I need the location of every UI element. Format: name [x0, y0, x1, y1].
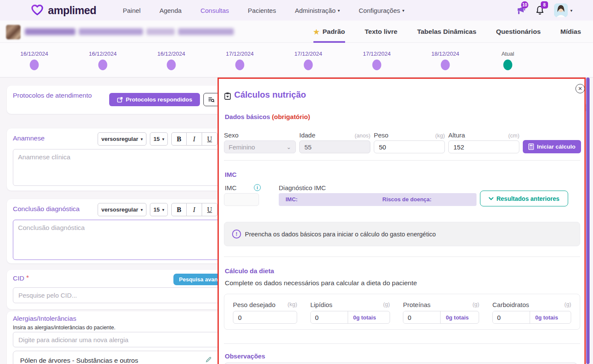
nav-item-pacientes[interactable]: Pacientes — [248, 7, 276, 14]
timeline-dot[interactable] — [98, 60, 107, 70]
edit-pencil-icon[interactable] — [205, 356, 212, 363]
font-size-dropdown[interactable]: 15▾ — [150, 203, 168, 216]
imc-risk-label: Riscos de doença: — [382, 196, 432, 203]
timeline-dot[interactable] — [304, 60, 313, 70]
text-format-toolbar: B I U — [171, 132, 218, 146]
font-size-dropdown[interactable]: 15▾ — [150, 132, 168, 146]
notifications-button[interactable]: 8 — [534, 5, 545, 16]
lipids-label: Lipídios — [310, 301, 333, 308]
tab-texto-livre[interactable]: Texto livre — [365, 21, 397, 43]
peso-input[interactable] — [374, 140, 445, 153]
proteins-label: Proteínas — [403, 301, 430, 308]
tab-questionarios[interactable]: Questionários — [496, 21, 541, 43]
patient-header: ★ Padrão Texto livre Tabelas Dinâmicas Q… — [0, 21, 593, 43]
info-icon[interactable]: i — [254, 184, 261, 191]
tab-midias[interactable]: Mídias — [560, 21, 581, 43]
peso-field: Peso (kg) — [374, 129, 445, 153]
user-menu[interactable]: ▾ — [554, 3, 572, 17]
main-nav: Painel Agenda Consultas Pacientes Admini… — [123, 7, 405, 14]
diet-subtitle: Complete os dados necessários para calcu… — [225, 279, 417, 287]
patient-name-redacted — [25, 28, 234, 36]
nav-item-configuracoes[interactable]: Configurações▾ — [359, 7, 405, 14]
sexo-select[interactable]: Feminino ⌄ — [224, 140, 296, 153]
italic-button[interactable]: I — [187, 132, 202, 146]
imc-diagnosis-label: Diagnóstico IMC — [279, 184, 326, 191]
notifications-badge: 8 — [541, 1, 548, 9]
underline-button[interactable]: U — [202, 132, 218, 146]
divider — [224, 160, 580, 161]
protocols-responded-button[interactable]: Protocolos respondidos — [109, 93, 200, 106]
altura-input[interactable] — [448, 140, 519, 153]
start-calculation-button[interactable]: Iniciar cálculo — [523, 140, 581, 153]
bold-button[interactable]: B — [171, 203, 187, 216]
altura-label: Altura — [448, 131, 465, 139]
diet-fields-card: Peso desejado (kg) Lipídios (g) 0g totai… — [224, 294, 580, 330]
timeline-dot[interactable] — [441, 60, 450, 70]
user-avatar — [554, 3, 568, 17]
desired-weight-unit: (kg) — [288, 301, 297, 308]
nav-item-consultas[interactable]: Consultas — [200, 7, 229, 14]
altura-field: Altura (cm) — [448, 129, 519, 153]
proteins-unit: (g) — [472, 301, 479, 308]
proteins-input[interactable] — [403, 311, 440, 323]
alert-icon: ! — [232, 230, 241, 239]
tab-padrao[interactable]: ★ Padrão — [313, 21, 345, 43]
caret-down-icon: ▾ — [338, 8, 340, 13]
nav-item-painel[interactable]: Painel — [123, 7, 141, 14]
font-family-dropdown[interactable]: versosregular▾ — [98, 132, 146, 146]
underline-button[interactable]: U — [202, 203, 218, 216]
sexo-label: Sexo — [224, 131, 238, 139]
navbar-actions: 10 8 — [515, 0, 572, 21]
italic-button[interactable]: I — [187, 203, 202, 216]
patient-avatar-redacted — [6, 25, 21, 39]
idade-input[interactable] — [299, 140, 370, 153]
brand-logo[interactable]: amplimed — [30, 3, 96, 18]
altura-unit: (cm) — [508, 132, 519, 139]
tab-tabelas-dinamicas[interactable]: Tabelas Dinâmicas — [417, 21, 476, 43]
text-format-toolbar: B I U — [171, 203, 218, 216]
desired-weight-field: Peso desejado (kg) — [233, 301, 297, 329]
proteins-field: Proteínas (g) 0g totais — [403, 301, 479, 329]
top-navbar: amplimed Painel Agenda Consultas Pacient… — [0, 0, 593, 21]
nav-item-agenda[interactable]: Agenda — [159, 7, 182, 14]
timeline-dot[interactable] — [372, 60, 381, 70]
modal-title: Cálculos nutrição — [234, 90, 306, 100]
carbs-input[interactable] — [493, 311, 530, 323]
idade-label: Idade — [299, 131, 316, 139]
previous-results-button[interactable]: Resultados anteriores — [480, 191, 568, 206]
bold-button[interactable]: B — [171, 132, 187, 146]
nutrition-calc-modal: ✕ Cálculos nutrição Dados básicos (obrig… — [218, 78, 586, 364]
star-icon: ★ — [313, 28, 319, 36]
external-link-icon — [117, 97, 123, 103]
brand-name: amplimed — [48, 4, 96, 17]
lipids-total: 0g totais — [348, 311, 381, 323]
clipboard-icon — [224, 92, 231, 100]
anamnese-title: Anamnese — [13, 134, 45, 142]
divider — [224, 343, 580, 344]
desired-weight-input[interactable] — [233, 311, 297, 324]
imc-bar-label: IMC: — [286, 196, 298, 203]
carbs-label: Carboidratos — [492, 301, 529, 308]
required-note: (obrigatório) — [272, 113, 310, 120]
allergy-item-label: Pólen de árvores - Substâncias e outros — [20, 357, 138, 364]
start-calc-wrap: Iniciar cálculo — [523, 129, 581, 153]
idade-unit: (anos) — [355, 132, 370, 139]
required-asterisk: * — [26, 274, 29, 282]
allergies-helper: Insira as alergias/intolerâncias do paci… — [13, 325, 116, 331]
lipids-input[interactable] — [311, 311, 348, 323]
lipids-field: Lipídios (g) 0g totais — [310, 301, 390, 329]
modal-scrollbar[interactable] — [586, 78, 590, 364]
font-family-dropdown[interactable]: versosregular▾ — [98, 203, 146, 216]
caret-down-icon: ▾ — [141, 137, 143, 141]
close-icon[interactable]: ✕ — [575, 84, 585, 93]
conclusion-title: Conclusão diagnóstica — [13, 205, 80, 213]
timeline-dot[interactable] — [235, 60, 244, 70]
imc-value-input[interactable] — [224, 193, 259, 206]
announcements-button[interactable]: 10 — [515, 5, 526, 16]
timeline-dot[interactable] — [167, 60, 176, 70]
nav-item-administracao[interactable]: Administração▾ — [295, 7, 340, 14]
timeline-dot[interactable] — [30, 60, 39, 70]
heart-logo-icon — [30, 3, 45, 18]
diet-heading: Cálculo da dieta — [225, 267, 274, 274]
timeline-dot-current[interactable] — [504, 60, 513, 70]
